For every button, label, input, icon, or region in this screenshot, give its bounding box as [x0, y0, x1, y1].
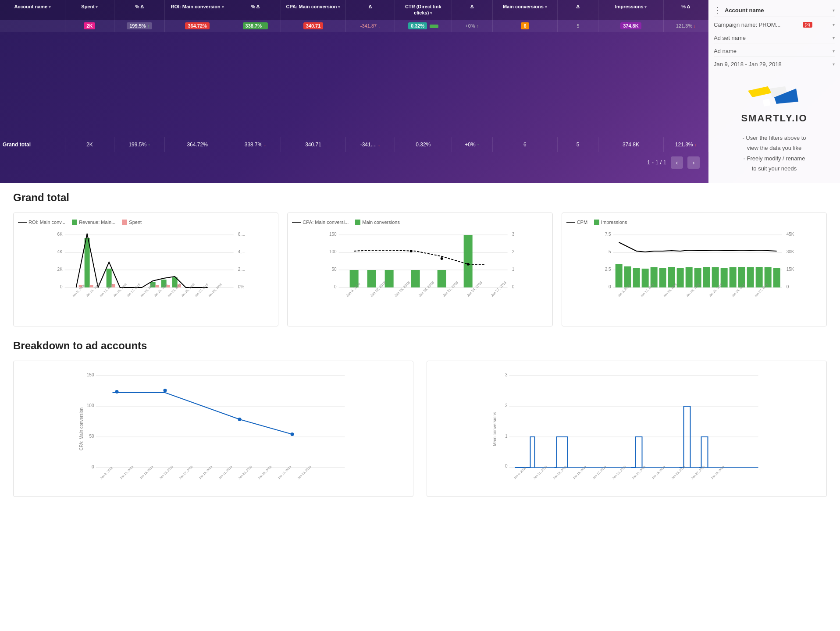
spent-badge: 2K [84, 22, 95, 29]
svg-text:Jan 11, 2018: Jan 11, 2018 [119, 465, 134, 480]
impressions-badge: 374.8K [620, 22, 641, 29]
cell-main-delta: 5 [558, 20, 598, 32]
adname-filter-label: Ad name [714, 48, 737, 54]
svg-text:Jan 23, 2018: Jan 23, 2018 [651, 465, 666, 480]
breakdown-chart-main-conv: Main conversions 3 2 1 0 [427, 361, 827, 497]
campaign-filter-label: Campaign name: PROM... [714, 21, 780, 28]
grand-total-imp: 374.8K [598, 137, 664, 152]
svg-text:Jan 15, 2018: Jan 15, 2018 [572, 465, 587, 480]
svg-text:Jan 19, 2018: Jan 19, 2018 [612, 465, 626, 480]
col-header-ctr[interactable]: CTR (Direct link clicks) [395, 0, 452, 20]
col-header-roi[interactable]: ROI: Main conversion [165, 0, 230, 20]
svg-text:150: 150 [87, 372, 94, 377]
campaign-dropdown-icon[interactable]: ▾ [833, 22, 835, 27]
svg-rect-59 [411, 270, 420, 287]
cell-roi: 364.72% [165, 20, 230, 32]
col-header-spent[interactable]: Spent [65, 0, 114, 20]
svg-point-64 [467, 263, 470, 266]
svg-rect-89 [659, 268, 666, 287]
svg-text:2: 2 [505, 403, 508, 408]
svg-text:0: 0 [92, 464, 94, 469]
svg-text:Jan 25, 2018: Jan 25, 2018 [257, 465, 272, 480]
svg-text:30K: 30K [786, 249, 794, 254]
breakdown-title: Breakdown to ad accounts [13, 340, 827, 352]
main-data-table: Account name Spent % Δ ROI: Main convers… [0, 0, 708, 152]
menu-dots-icon[interactable]: ⋮ [714, 5, 722, 15]
svg-text:Jan 13, 2018: Jan 13, 2018 [139, 465, 154, 480]
cell-pct-delta: 199.5% ↑ [114, 20, 165, 32]
smartly-tagline: - User the filters above to view the dat… [742, 133, 806, 174]
svg-rect-84 [615, 264, 622, 287]
svg-text:2K: 2K [57, 267, 63, 272]
svg-text:Jan 17, 2018: Jan 17, 2018 [178, 465, 193, 480]
svg-text:50: 50 [332, 267, 337, 272]
breakdown-cpa-svg: CPA: Main conversion 150 100 50 0 [18, 368, 409, 490]
legend-revenue-bar: Revenue: Main... [72, 220, 115, 225]
ctr-badge: 0.32% [408, 22, 427, 29]
adname-dropdown-icon[interactable]: ▾ [833, 49, 835, 53]
filter-row-adname[interactable]: Ad name ▾ [714, 46, 835, 57]
chart-roi: ROI: Main conv... Revenue: Main... Spent… [13, 213, 278, 326]
svg-point-62 [410, 250, 413, 252]
svg-line-125 [240, 419, 292, 434]
svg-rect-97 [729, 267, 736, 287]
svg-text:15K: 15K [786, 267, 794, 272]
chart-cpm: CPM Impressions 7.5 5 2.5 0 45K 30K [562, 213, 827, 326]
grand-total-imp-delta: 121.3% ↓ [663, 137, 708, 152]
empty-row [0, 102, 708, 120]
filter-row-adset[interactable]: Ad set name ▾ [714, 33, 835, 43]
cell-imp-delta: 121.3% ↓ [663, 20, 708, 32]
grand-total-spent: 2K [65, 137, 114, 152]
svg-text:1: 1 [505, 434, 508, 439]
svg-rect-60 [438, 270, 446, 287]
svg-rect-30 [156, 285, 159, 287]
empty-row [0, 50, 708, 67]
svg-text:3: 3 [505, 372, 508, 377]
svg-rect-57 [367, 270, 376, 287]
main-conv-bar-icon [355, 220, 360, 225]
empty-row [0, 32, 708, 50]
svg-text:50: 50 [89, 434, 94, 439]
prev-page-button[interactable]: ‹ [671, 156, 683, 169]
col-header-main-conv[interactable]: Main conversions [492, 0, 558, 20]
next-page-button[interactable]: › [687, 156, 700, 169]
empty-row [0, 85, 708, 102]
account-name-dropdown-icon[interactable]: ▾ [833, 8, 835, 13]
col-header-imp-delta: % Δ [663, 0, 708, 20]
filter-bar: ⋮ Account name ▾ Campaign name: PROM... … [708, 0, 840, 73]
svg-text:Jan 9, 2018: Jan 9, 2018 [100, 466, 113, 479]
svg-text:Jan 9, 2018: Jan 9, 2018 [513, 466, 527, 479]
date-dropdown-icon[interactable]: ▾ [833, 62, 835, 67]
svg-text:0: 0 [786, 284, 789, 289]
svg-text:Jan 17, 2018: Jan 17, 2018 [592, 465, 607, 480]
grand-total-ctr-delta: +0% ↑ [452, 137, 492, 152]
adset-dropdown-icon[interactable]: ▾ [833, 35, 835, 40]
svg-text:0: 0 [60, 284, 63, 289]
legend-spent-bar: Spent [122, 220, 142, 225]
col-header-account[interactable]: Account name [0, 0, 65, 20]
grand-total-title: Grand total [13, 191, 827, 204]
svg-text:0: 0 [512, 284, 515, 289]
svg-text:4K: 4K [57, 249, 63, 254]
svg-text:3: 3 [512, 232, 515, 237]
col-header-cpa[interactable]: CPA: Main conversion [281, 0, 346, 20]
cpa-line-icon [292, 222, 301, 223]
filter-row-campaign[interactable]: Campaign name: PROM... (3) ▾ [714, 20, 835, 30]
account-name-filter-label: Account name [725, 7, 764, 14]
svg-text:150: 150 [329, 232, 337, 237]
svg-rect-102 [773, 268, 780, 287]
chart-cpm-legend: CPM Impressions [566, 220, 822, 225]
svg-text:2: 2 [512, 249, 515, 254]
svg-text:Jan 29, 2018: Jan 29, 2018 [710, 465, 725, 480]
filter-row-date[interactable]: Jan 9, 2018 - Jan 29, 2018 ▾ [714, 59, 835, 69]
svg-text:Jan 29, 2018: Jan 29, 2018 [207, 283, 222, 298]
col-header-impressions[interactable]: Impressions [598, 0, 664, 20]
grand-total-cpa-delta: -341.... ↓ [346, 137, 395, 152]
svg-point-121 [164, 389, 167, 392]
svg-text:Jan 21, 2018: Jan 21, 2018 [218, 465, 233, 480]
svg-rect-94 [703, 267, 710, 287]
svg-rect-91 [676, 268, 683, 287]
col-header-pct-delta: % Δ [114, 0, 165, 20]
right-panel: ⋮ Account name ▾ Campaign name: PROM... … [708, 0, 840, 183]
roi-delta-badge: 338.7% ↓ [243, 22, 268, 29]
